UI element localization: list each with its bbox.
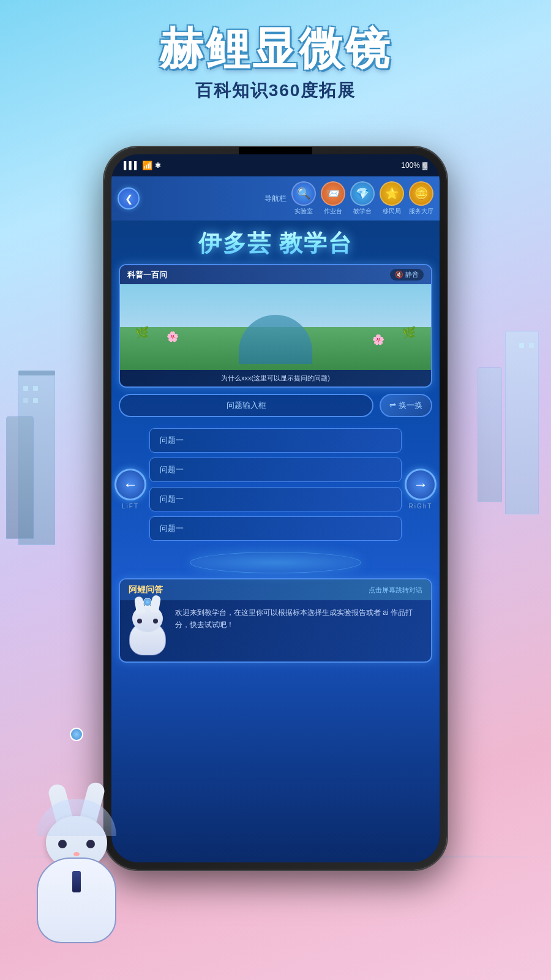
chat-avatar [126,606,169,655]
shuffle-button[interactable]: ⇌ 换一换 [380,394,432,417]
rabbit-eye-right [86,840,95,848]
mute-button[interactable]: 🔇 静音 [390,269,424,281]
video-frame[interactable]: 🌸 🌸 🌿 🌿 [120,284,431,370]
nav-bar: ❮ 导航栏 🔍 实验室 📨 作业台 💎 [111,176,440,221]
question-item-2[interactable]: 问题一 [149,458,402,482]
signal-icon: ▌▌▌ [124,161,140,170]
main-title: 赫鲤显微镜 [0,24,551,73]
lab-icon: 🔍 [291,181,316,206]
nav-label-lab: 实验室 [294,207,313,216]
platform-area [111,552,440,573]
chat-hint: 点击屏幕跳转对话 [369,586,422,595]
question-input[interactable]: 问题输入框 [119,394,373,417]
left-arrow-icon: ← [123,476,138,493]
status-left: ▌▌▌ 📶 ✱ [124,160,161,170]
left-arrow-label: LiFT [122,503,139,510]
back-icon: ❮ [125,193,133,205]
nav-label-teach: 教学台 [353,207,372,216]
rabbit-hood [37,799,116,836]
header-section: 赫鲤显微镜 百科知识360度拓展 [0,0,551,115]
rabbit-eye-left [58,840,67,848]
video-caption: 为什么xxx(这里可以显示提问的问题) [120,370,431,386]
quiz-section: ← LiFT 问题一 问题一 问题一 问题一 → RiGhT [118,423,433,546]
rabbit-coat [37,858,116,943]
rabbit-nose [73,852,80,856]
question-item-1[interactable]: 问题一 [149,428,402,453]
input-section: 问题输入框 ⇌ 换一换 [119,394,432,417]
nav-item-lab[interactable]: 🔍 实验室 [291,181,316,216]
nav-item-migrate[interactable]: ⭐ 移民局 [380,181,404,216]
mute-label: 静音 [405,270,419,279]
chat-message: 欢迎来到教学台，在这里你可以根据标本选择生成实验报告或者 ai 作品打分，快去试… [175,606,425,631]
chat-panel[interactable]: 阿鲤问答 点击屏幕跳转对话 [119,578,432,663]
subtitle: 百科知识360度拓展 [0,79,551,102]
status-bar: ▌▌▌ 📶 ✱ 100% ▓ [111,154,440,176]
video-panel: 科普一百问 🔇 静音 🌸 🌸 [119,264,432,388]
nav-item-teach[interactable]: 💎 教学台 [350,181,375,216]
right-arrow-label: RiGhT [409,503,433,510]
nav-item-service[interactable]: 🪙 服务大厅 [409,181,433,216]
left-arrow-button[interactable]: ← LiFT [114,469,146,500]
battery-percent: 100% [401,161,420,170]
right-arrow-icon: → [413,476,428,493]
status-right: 100% ▓ [401,161,427,170]
chat-body: 欢迎来到教学台，在这里你可以根据标本选择生成实验报告或者 ai 作品打分，快去试… [120,600,431,662]
chat-name: 阿鲤问答 [129,584,163,595]
nav-label-service: 服务大厅 [409,207,433,216]
battery-icon: ▓ [422,162,427,169]
question-item-3[interactable]: 问题一 [149,487,402,511]
desk-icon: 📨 [321,181,345,206]
nav-icons: 🔍 实验室 📨 作业台 💎 教学台 ⭐ 移 [291,181,433,216]
rabbit-badge [70,728,83,741]
bluetooth-icon: ✱ [155,161,161,170]
phone-wrapper: ▌▌▌ 📶 ✱ 100% ▓ ❮ 导航栏 [104,147,447,870]
nav-item-desk[interactable]: 📨 作业台 [321,181,345,216]
service-icon: 🪙 [409,181,433,206]
app-title: 伊多芸 教学台 [111,221,440,264]
app-content: ❮ 导航栏 🔍 实验室 📨 作业台 💎 [111,176,440,862]
wifi-icon: 📶 [142,160,152,170]
video-title: 科普一百问 [127,270,167,281]
phone-outer: ▌▌▌ 📶 ✱ 100% ▓ ❮ 导航栏 [104,147,447,870]
mute-icon: 🔇 [395,271,403,279]
rabbit-mascot[interactable] [24,796,129,943]
scene-right [438,306,545,551]
nav-label-migrate: 移民局 [383,207,401,216]
chat-header: 阿鲤问答 点击屏幕跳转对话 [120,579,431,600]
nav-label-desk: 作业台 [324,207,342,216]
migrate-icon: ⭐ [380,181,404,206]
phone-screen: ▌▌▌ 📶 ✱ 100% ▓ ❮ 导航栏 [111,154,440,862]
video-header: 科普一百问 🔇 静音 [120,265,431,284]
nav-label: 导航栏 [264,194,287,204]
question-item-4[interactable]: 问题一 [149,516,402,541]
platform-oval [190,552,361,573]
scene-left [6,337,113,582]
questions-list: 问题一 问题一 问题一 问题一 [149,423,402,546]
back-button[interactable]: ❮ [118,187,140,209]
right-arrow-button[interactable]: → RiGhT [405,469,437,500]
teach-icon: 💎 [350,181,375,206]
